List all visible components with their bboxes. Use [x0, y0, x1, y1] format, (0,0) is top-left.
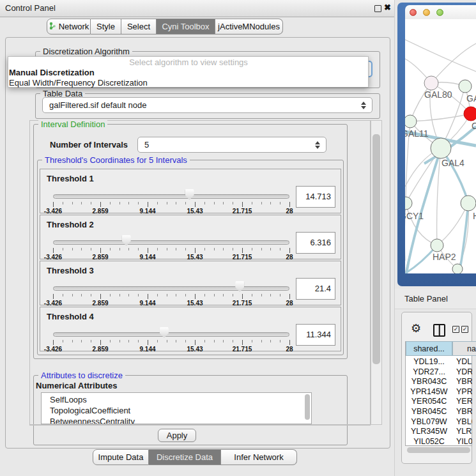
slider-track[interactable]	[53, 332, 289, 337]
network-node-label: GAL4	[441, 158, 464, 168]
table-column-header[interactable]: shared...	[406, 341, 452, 356]
network-node-ga[interactable]	[459, 80, 472, 93]
algorithm-option[interactable]: Equal Width/Frequency Discretization	[8, 78, 368, 88]
table-cell[interactable]: YIL052C	[406, 437, 452, 446]
table-cell[interactable]: YIL0	[456, 437, 472, 446]
network-canvas[interactable]: GAL80GACGAL11GAL4GCY1HHAP2	[405, 19, 476, 273]
tab-network[interactable]: Network	[47, 19, 91, 35]
slider-tick-label: 28	[286, 346, 293, 353]
vertical-scrollbar-thumb[interactable]	[372, 134, 380, 364]
table-cell[interactable]: YDR27...	[406, 367, 452, 376]
close-icon[interactable]: ✖	[384, 3, 391, 12]
table-hscrollbar-thumb[interactable]	[407, 447, 470, 453]
threshold-value-field[interactable]: 21.4	[296, 278, 335, 300]
slider-tick	[138, 340, 139, 342]
table-cell[interactable]: YDL19...	[406, 357, 452, 366]
tab-jactivemnodules[interactable]: jActiveMNodules	[215, 19, 283, 35]
mac-zoom-icon[interactable]	[436, 9, 443, 16]
slider-tick	[53, 248, 54, 253]
network-node-gal80[interactable]	[424, 76, 438, 90]
threshold-value-field[interactable]: 11.344	[296, 324, 335, 346]
bottom-tab-infer-network[interactable]: Infer Network	[221, 449, 297, 465]
slider-tick	[63, 294, 63, 296]
slider-tick	[138, 248, 139, 250]
slider-tick-label: -3.426	[44, 300, 62, 307]
mac-minimize-icon[interactable]	[423, 9, 430, 16]
combo-arrows-icon	[361, 102, 366, 109]
bottom-tab-discretize-data[interactable]: Discretize Data	[149, 449, 221, 465]
table-cell[interactable]: YLR345W	[406, 427, 452, 436]
float-window-icon[interactable]	[374, 5, 381, 12]
table-cell[interactable]: YLR3	[456, 427, 472, 436]
checkbox-icon[interactable]: ✓	[461, 326, 468, 333]
algorithm-popup-placeholder: Select algorithm to view settings	[8, 58, 368, 68]
slider-tick-label: -3.426	[44, 254, 62, 261]
slider-tick	[176, 202, 176, 204]
threshold-label: Threshold 4	[47, 312, 94, 321]
bottom-tab-impute-data[interactable]: Impute Data	[93, 449, 149, 465]
slider-tick	[289, 294, 290, 299]
attribute-item[interactable]: TopologicalCoefficient	[42, 405, 311, 416]
slider-tick-label: 21.715	[233, 300, 252, 307]
slider-track[interactable]	[53, 240, 289, 245]
tab-style[interactable]: Style	[91, 19, 121, 35]
slider-tick	[148, 340, 148, 345]
table-cell[interactable]: YPR145W	[406, 387, 452, 396]
algorithm-option[interactable]: Manual Discretization	[8, 68, 368, 78]
network-node[interactable]	[452, 264, 463, 273]
gear-icon[interactable]: ⚙	[411, 321, 421, 335]
table-cell[interactable]: YBL0	[456, 417, 472, 426]
network-node-h[interactable]	[461, 196, 476, 211]
apply-button[interactable]: Apply	[158, 429, 196, 442]
slider-track[interactable]	[53, 194, 289, 199]
threshold-label: Threshold 3	[47, 266, 94, 275]
num-intervals-combobox[interactable]: 5	[137, 137, 326, 153]
slider-tick-label: 9.144	[139, 208, 155, 215]
slider-tick	[110, 294, 111, 296]
table-cell[interactable]: YPR1	[456, 387, 472, 396]
attribute-item[interactable]: BetweennessCentrality	[42, 416, 311, 424]
mac-close-icon[interactable]	[410, 9, 417, 16]
network-tab-icon	[49, 22, 56, 32]
network-window-titlebar[interactable]	[405, 5, 476, 20]
threshold-value-field[interactable]: 14.713	[296, 186, 335, 208]
table-cell[interactable]: YBR045C	[406, 407, 452, 416]
slider-tick	[72, 340, 73, 342]
threshold-value-field[interactable]: 6.316	[296, 232, 335, 254]
network-node-gal4[interactable]	[431, 138, 451, 158]
table-cell[interactable]: YER054C	[406, 397, 452, 406]
numerical-attributes-list[interactable]: SelfLoopsTopologicalCoefficientBetweenne…	[41, 392, 312, 424]
table-cell[interactable]: YER0	[456, 397, 472, 406]
slider-track[interactable]	[53, 286, 289, 291]
slider-tick	[138, 202, 139, 204]
table-cell[interactable]: YBR0	[456, 377, 472, 386]
slider-tick	[195, 248, 196, 253]
tab-select[interactable]: Select	[121, 19, 157, 35]
table-data-value: galFiltered.sif default node	[49, 100, 146, 110]
table-cell[interactable]: YDR2	[456, 367, 472, 376]
list-scrollbar-thumb[interactable]	[305, 394, 310, 420]
table-cell[interactable]: YBR043C	[406, 377, 452, 386]
network-node-gal11[interactable]	[405, 115, 417, 128]
table-panel-title: Table Panel	[404, 294, 448, 303]
threshold-box: Threshold 1-3.4262.8599.14415.4321.71528…	[40, 169, 341, 213]
network-node-gcy1[interactable]	[405, 197, 412, 210]
slider-tick	[148, 202, 148, 207]
attribute-item[interactable]: SelfLoops	[42, 394, 311, 405]
table-cell[interactable]: YBR0	[456, 407, 472, 416]
network-node-c[interactable]	[464, 107, 476, 121]
columns-icon[interactable]	[433, 324, 445, 337]
slider-tick	[289, 202, 290, 207]
table-cell[interactable]: YBL079W	[406, 417, 452, 426]
tab-cyni-toolbox[interactable]: Cyni Toolbox	[157, 19, 215, 35]
table-cell[interactable]: YDL1	[456, 357, 472, 366]
slider-tick	[252, 202, 252, 204]
checkbox-icon[interactable]: ✓	[452, 326, 459, 333]
slider-tick-label: 9.144	[139, 346, 155, 353]
table-column-header[interactable]: na	[452, 341, 476, 356]
slider-tick-label: 2.859	[92, 208, 108, 215]
table-data-combobox[interactable]: galFiltered.sif default node	[42, 97, 372, 113]
network-node-hap2[interactable]	[431, 239, 443, 252]
slider-tick	[280, 340, 280, 342]
slider-tick	[204, 294, 205, 296]
